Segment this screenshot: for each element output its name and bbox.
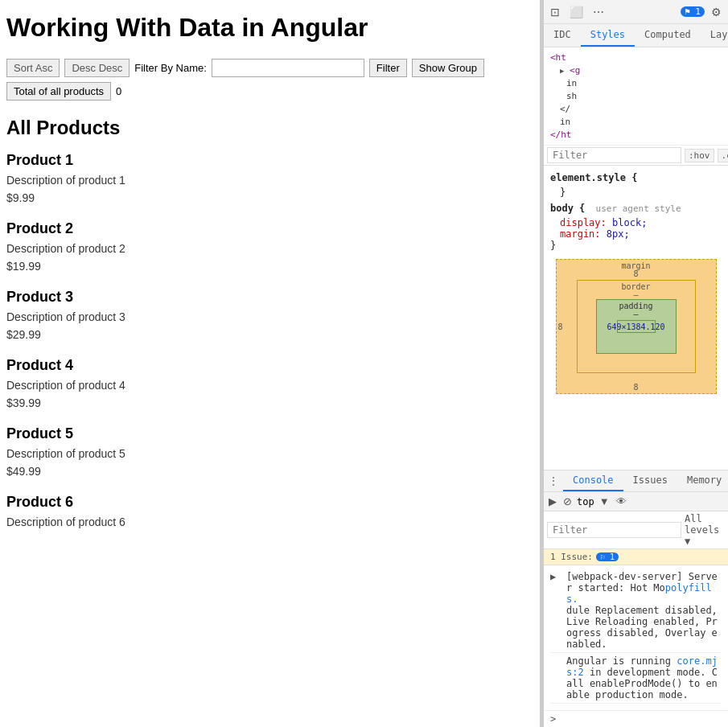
app-panel: Working With Data in Angular Sort Asc De… bbox=[0, 0, 541, 727]
device-icon-btn[interactable]: ⬜ bbox=[566, 4, 586, 20]
box-model-diagram: margin 8 8 8 border – padding – 649×1384… bbox=[556, 259, 717, 394]
tab-layout[interactable]: Layout bbox=[701, 24, 728, 47]
product-item: Product 1Description of product 1$9.99 bbox=[6, 152, 527, 204]
html-line-4[interactable]: sh bbox=[565, 90, 723, 102]
product-description: Description of product 2 bbox=[6, 242, 527, 255]
msg-icon-1: ▶ bbox=[550, 571, 563, 582]
product-name: Product 6 bbox=[6, 494, 527, 511]
content-dims: 649×1384.120 bbox=[607, 322, 664, 331]
product-description: Description of product 1 bbox=[6, 174, 527, 187]
devtools-tabs: IDC Styles Computed Layout bbox=[544, 24, 728, 47]
total-button[interactable]: Total of all products bbox=[6, 82, 111, 101]
product-description: Description of product 4 bbox=[6, 379, 527, 392]
html-line-6[interactable]: in bbox=[558, 116, 723, 128]
devtools-topbar: ⊡ ⬜ ⋯ ⚑ 1 ⚙ bbox=[544, 0, 728, 24]
pseudo-cls-btn[interactable]: .cls bbox=[718, 149, 729, 162]
body-display: display: block; bbox=[560, 217, 722, 228]
devtools-panel: ⊡ ⬜ ⋯ ⚑ 1 ⚙ IDC Styles Computed Layout <… bbox=[544, 0, 728, 727]
body-close: } bbox=[550, 240, 722, 251]
product-price: $49.99 bbox=[6, 465, 527, 478]
desc-desc-button[interactable]: Desc Desc bbox=[64, 59, 130, 77]
pseudo-hov-btn[interactable]: :hov bbox=[685, 149, 714, 162]
msg-text-2: Angular is running core.mjs:2 in develop… bbox=[566, 655, 722, 700]
more-tools-btn[interactable]: ⋯ bbox=[590, 4, 607, 20]
tab-idc[interactable]: IDC bbox=[544, 24, 581, 47]
html-tree: <ht ▶ <g in sh </ in </ht bbox=[544, 47, 728, 146]
product-price: $9.99 bbox=[6, 191, 527, 204]
settings-icon-btn[interactable]: ⚙ bbox=[708, 4, 725, 20]
core-mjs-link[interactable]: core.mjs:2 bbox=[566, 655, 718, 678]
top-context-label: top bbox=[577, 496, 594, 507]
product-description: Description of product 5 bbox=[6, 447, 527, 460]
console-prompt: > bbox=[544, 710, 728, 727]
all-levels-label: All levels ▼ bbox=[685, 513, 725, 547]
total-row: Total of all products 0 bbox=[6, 82, 527, 101]
product-item: Product 6Description of product 6 bbox=[6, 494, 527, 528]
product-name: Product 2 bbox=[6, 220, 527, 237]
issue-label: 1 Issue: bbox=[550, 552, 593, 562]
issue-bar: 1 Issue: ⚐ 1 bbox=[544, 549, 728, 565]
styles-filter-bar: :hov .cls + ⋮ bbox=[544, 146, 728, 166]
console-section: ⋮ Console Issues Memory ▶ ⊘ top ▼ 👁 All … bbox=[544, 470, 728, 727]
console-prompt-input[interactable] bbox=[559, 713, 722, 725]
body-style-rule: body { user agent style bbox=[550, 203, 722, 214]
console-tabs: ⋮ Console Issues Memory bbox=[544, 470, 728, 492]
product-item: Product 5Description of product 5$49.99 bbox=[6, 425, 527, 478]
issue-badge: ⚐ 1 bbox=[596, 552, 619, 561]
html-line-3[interactable]: in bbox=[565, 77, 723, 89]
msg-text-1: [webpack-dev-server] Server started: Hot… bbox=[566, 571, 722, 650]
console-menu-btn[interactable]: ⋮ bbox=[544, 470, 563, 491]
product-name: Product 5 bbox=[6, 425, 527, 442]
console-play-btn[interactable]: ▶ bbox=[547, 494, 558, 509]
tab-computed[interactable]: Computed bbox=[635, 24, 701, 47]
product-name: Product 3 bbox=[6, 289, 527, 306]
tab-console[interactable]: Console bbox=[563, 470, 623, 491]
product-description: Description of product 3 bbox=[6, 310, 527, 323]
polyfills-link[interactable]: polyfills. bbox=[566, 582, 712, 605]
filter-button[interactable]: Filter bbox=[369, 59, 407, 77]
prompt-icon: > bbox=[550, 713, 556, 725]
html-line-7[interactable]: </ht bbox=[549, 129, 723, 141]
console-toolbar: ▶ ⊘ top ▼ 👁 bbox=[544, 492, 728, 511]
styles-filter-input[interactable] bbox=[547, 147, 681, 163]
notification-badge: ⚑ 1 bbox=[681, 6, 705, 17]
console-ban-btn[interactable]: ⊘ bbox=[561, 494, 574, 509]
element-style-close: } bbox=[560, 187, 722, 198]
element-style-rule: element.style { bbox=[550, 172, 722, 183]
html-line-2[interactable]: ▶ <g bbox=[558, 64, 723, 76]
tab-styles[interactable]: Styles bbox=[581, 24, 635, 47]
section-title: All Products bbox=[6, 117, 527, 139]
total-count: 0 bbox=[116, 85, 121, 97]
filter-input[interactable] bbox=[212, 59, 364, 77]
product-name: Product 1 bbox=[6, 152, 527, 169]
product-name: Product 4 bbox=[6, 357, 527, 374]
filter-label: Filter By Name: bbox=[134, 62, 207, 74]
body-margin: margin: 8px; bbox=[560, 228, 722, 240]
toolbar: Sort Asc Desc Desc Filter By Name: Filte… bbox=[6, 59, 527, 77]
html-line-5[interactable]: </ bbox=[558, 103, 723, 115]
context-dropdown-btn[interactable]: ▼ bbox=[598, 494, 611, 509]
product-item: Product 3Description of product 3$29.99 bbox=[6, 289, 527, 341]
inspect-icon-btn[interactable]: ⊡ bbox=[547, 4, 563, 20]
eye-btn[interactable]: 👁 bbox=[615, 494, 628, 509]
products-list: Product 1Description of product 1$9.99Pr… bbox=[6, 152, 527, 528]
show-group-button[interactable]: Show Group bbox=[412, 59, 484, 77]
product-price: $19.99 bbox=[6, 260, 527, 273]
html-line-1[interactable]: <ht bbox=[549, 51, 723, 64]
console-msg-1: ▶ [webpack-dev-server] Server started: H… bbox=[550, 569, 722, 653]
styles-section: element.style { } body { user agent styl… bbox=[544, 166, 728, 470]
console-filter-input[interactable] bbox=[547, 522, 681, 538]
product-description: Description of product 6 bbox=[6, 515, 527, 528]
product-price: $29.99 bbox=[6, 328, 527, 341]
console-msg-2: Angular is running core.mjs:2 in develop… bbox=[550, 653, 722, 704]
tab-memory[interactable]: Memory bbox=[677, 470, 728, 491]
product-item: Product 2Description of product 2$19.99 bbox=[6, 220, 527, 273]
console-filter-bar: All levels ▼ bbox=[544, 511, 728, 549]
product-item: Product 4Description of product 4$39.99 bbox=[6, 357, 527, 409]
tab-issues[interactable]: Issues bbox=[623, 470, 677, 491]
console-messages: ▶ [webpack-dev-server] Server started: H… bbox=[544, 565, 728, 710]
product-price: $39.99 bbox=[6, 396, 527, 409]
sort-asc-button[interactable]: Sort Asc bbox=[6, 59, 60, 77]
page-title: Working With Data in Angular bbox=[6, 13, 527, 43]
